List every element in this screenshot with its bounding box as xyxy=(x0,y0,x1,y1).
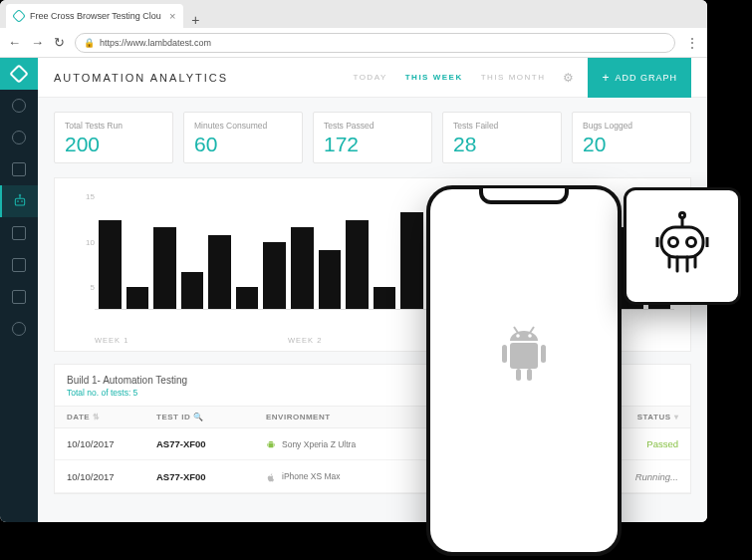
chart-bar xyxy=(400,212,423,309)
svg-rect-5 xyxy=(510,343,538,369)
chart-bar xyxy=(153,227,176,309)
stat-card: Total Tests Run200 xyxy=(54,112,173,163)
reload-icon[interactable]: ↻ xyxy=(54,35,65,50)
col-date: DATE⇅ xyxy=(67,413,156,421)
add-graph-button[interactable]: + ADD GRAPH xyxy=(588,58,691,98)
cell-test-id: AS77-XF00 xyxy=(156,471,266,482)
chart-bar xyxy=(181,272,204,309)
sidebar-item-grid[interactable] xyxy=(0,153,38,185)
stat-value: 172 xyxy=(324,133,421,156)
new-tab-button[interactable]: + xyxy=(183,12,207,28)
period-tabs: TODAY THIS WEEK THIS MONTH xyxy=(353,73,545,82)
forward-icon[interactable]: → xyxy=(31,35,44,50)
svg-rect-7 xyxy=(541,345,546,363)
browser-tab[interactable]: Free Cross Browser Testing Clou × xyxy=(6,4,183,28)
sidebar-item-bug[interactable] xyxy=(0,249,38,281)
robot-icon xyxy=(12,193,28,209)
svg-point-2 xyxy=(21,200,23,202)
sidebar-item-cube[interactable] xyxy=(0,217,38,249)
cell-test-id: AS77-XF00 xyxy=(156,438,266,449)
stat-value: 60 xyxy=(194,133,292,156)
svg-point-18 xyxy=(687,238,696,247)
sidebar-item-dashboard[interactable] xyxy=(0,90,38,122)
svg-rect-8 xyxy=(516,369,521,381)
svg-line-10 xyxy=(514,327,518,333)
stat-card: Tests Passed172 xyxy=(313,112,432,163)
period-this-month[interactable]: THIS MONTH xyxy=(481,73,546,82)
lock-icon: 🔒 xyxy=(84,38,95,48)
phone-mockup xyxy=(426,185,622,556)
filter-icon[interactable]: ⚙ xyxy=(563,71,574,85)
app-sidebar xyxy=(0,58,38,522)
phone-notch xyxy=(479,188,569,204)
svg-point-1 xyxy=(17,200,19,202)
url-field[interactable]: 🔒 https://www.lambdatest.com xyxy=(75,33,675,53)
svg-point-15 xyxy=(680,213,685,218)
period-today[interactable]: TODAY xyxy=(353,73,386,82)
svg-point-4 xyxy=(19,194,21,196)
sidebar-item-clock[interactable] xyxy=(0,122,38,153)
stat-label: Minutes Consumed xyxy=(194,121,292,131)
stat-label: Total Tests Run xyxy=(65,121,162,131)
ytick: 15 xyxy=(86,192,95,201)
stat-label: Tests Passed xyxy=(324,121,421,131)
chart-bar xyxy=(99,220,122,309)
svg-rect-6 xyxy=(502,345,507,363)
cell-date: 10/10/2017 xyxy=(67,438,156,449)
sidebar-item-automation[interactable] xyxy=(0,185,38,217)
svg-line-11 xyxy=(530,327,534,333)
browser-tabbar: Free Cross Browser Testing Clou × + xyxy=(0,0,707,28)
plus-icon: + xyxy=(602,71,610,85)
svg-point-12 xyxy=(516,335,520,339)
robot-icon xyxy=(647,211,717,281)
page-header: AUTOMATION ANALYTICS TODAY THIS WEEK THI… xyxy=(38,58,707,98)
svg-point-13 xyxy=(528,335,532,339)
search-icon[interactable]: 🔍 xyxy=(193,413,204,421)
filter-icon[interactable]: ▾ xyxy=(674,413,679,421)
chart-bar xyxy=(208,235,231,309)
robot-card xyxy=(624,187,741,305)
stat-label: Bugs Logged xyxy=(583,121,680,131)
back-icon[interactable]: ← xyxy=(8,35,21,50)
chart-bar xyxy=(346,220,369,309)
svg-point-17 xyxy=(669,238,678,247)
lambdatest-favicon xyxy=(12,9,26,23)
cell-date: 10/10/2017 xyxy=(67,471,156,482)
stat-value: 20 xyxy=(583,133,680,156)
col-test-id: TEST ID🔍 xyxy=(156,413,266,421)
page-title: AUTOMATION ANALYTICS xyxy=(54,72,228,84)
sort-icon[interactable]: ⇅ xyxy=(93,413,101,421)
browser-menu-icon[interactable]: ⋮ xyxy=(685,35,699,51)
sidebar-item-devices[interactable] xyxy=(0,281,38,313)
close-tab-icon[interactable]: × xyxy=(161,10,175,22)
stat-card: Bugs Logged20 xyxy=(572,112,691,163)
period-this-week[interactable]: THIS WEEK xyxy=(405,73,463,82)
url-text: https://www.lambdatest.com xyxy=(100,38,211,48)
chart-bar xyxy=(236,287,259,309)
xtick: WEEK 1 xyxy=(95,336,288,345)
stat-card: Tests Failed28 xyxy=(442,112,562,163)
svg-rect-0 xyxy=(15,198,24,205)
app-logo[interactable] xyxy=(0,58,38,90)
chart-bar xyxy=(291,227,314,309)
browser-addressbar: ← → ↻ 🔒 https://www.lambdatest.com ⋮ xyxy=(0,28,707,58)
ytick: 10 xyxy=(86,238,95,247)
add-graph-label: ADD GRAPH xyxy=(615,73,677,83)
chart-yaxis: 15105 xyxy=(71,190,95,310)
tab-title: Free Cross Browser Testing Clou xyxy=(30,11,161,21)
stat-card: Minutes Consumed60 xyxy=(183,112,303,163)
svg-rect-9 xyxy=(527,369,532,381)
stats-row: Total Tests Run200Minutes Consumed60Test… xyxy=(38,98,707,177)
android-icon xyxy=(496,323,552,389)
chart-bar xyxy=(263,242,286,309)
stat-label: Tests Failed xyxy=(453,121,551,131)
chart-bar xyxy=(126,287,149,309)
stat-value: 200 xyxy=(65,133,162,156)
chart-bar xyxy=(319,250,342,310)
chart-bar xyxy=(374,287,396,309)
stat-value: 28 xyxy=(453,133,551,156)
sidebar-item-settings[interactable] xyxy=(0,313,38,345)
